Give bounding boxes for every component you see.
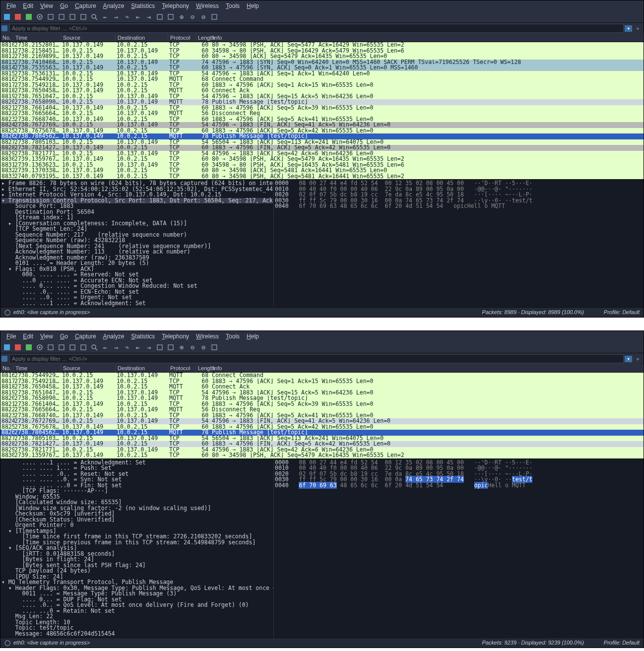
packet-row[interactable]: 88232738.7668740…10.137.0.14910.0.2.15TC… [0,413,644,419]
status-profile[interactable]: Profile: Default [604,640,640,646]
reload-icon[interactable] [79,12,88,21]
packet-row[interactable]: 88102738.2152801…10.137.0.14910.0.2.15TC… [0,42,644,48]
packet-row[interactable]: 88172738.7549218…10.137.0.14910.0.2.15TC… [0,82,644,88]
col-protocol[interactable]: Protocol [168,365,196,372]
menu-go[interactable]: Go [57,332,71,341]
col-protocol[interactable]: Protocol [168,34,196,41]
packet-row[interactable]: 88292738.7821771…10.0.2.1510.137.0.149TC… [0,447,644,453]
find-icon[interactable] [90,12,99,21]
packet-row[interactable]: 88222738.7665664…10.0.2.1510.137.0.149MQ… [0,407,644,413]
packet-row[interactable]: 88122738.2169899…10.137.0.14910.0.2.15TC… [0,54,644,60]
save-icon[interactable] [57,12,66,21]
packet-row[interactable]: 88292738.7821771…10.0.2.1510.137.0.149TC… [0,151,644,157]
jump-icon[interactable]: ↷ [123,343,131,352]
packet-row[interactable]: 88282738.7821427…10.137.0.14910.0.2.15TC… [0,145,644,151]
zoom-in-icon[interactable]: ⊕ [177,12,186,21]
packet-row[interactable]: 88162738.7544929…10.0.2.1510.137.0.149MQ… [0,76,644,82]
filter-add-icon[interactable]: ＋ [633,25,643,32]
reload-icon[interactable] [79,343,88,352]
auto-scroll-icon[interactable] [155,12,164,21]
filter-add-icon[interactable]: ＋ [633,355,643,363]
tree-line[interactable]: .... ...1 .... = Acknowledgment: Set [1,301,272,307]
next-icon[interactable]: → [112,12,121,21]
options-icon[interactable] [35,343,44,352]
menu-capture[interactable]: Capture [72,332,99,341]
menu-analyze[interactable]: Analyze [100,1,128,10]
prev-icon[interactable]: ← [101,343,110,352]
packet-row[interactable]: 88132738.7410468…10.0.2.1510.137.0.149TC… [0,60,644,65]
zoom-out-icon[interactable]: ⊖ [188,12,197,21]
menu-telephony[interactable]: Telephony [159,1,192,10]
col-destination[interactable]: Destination [116,365,168,372]
col-length[interactable]: Length [196,34,211,41]
packet-row[interactable]: 88312739.1363623…10.0.2.1510.137.0.149TC… [0,162,644,168]
packet-row[interactable]: 88212738.7661404…10.137.0.14910.0.2.15TC… [0,401,644,407]
colorize-icon[interactable] [166,343,175,352]
restart-capture-icon[interactable] [24,12,33,21]
packet-row[interactable]: 88172738.7549218…10.137.0.14910.0.2.15TC… [0,379,644,385]
packet-row[interactable]: 88242738.7672769…10.0.2.1510.137.0.149TC… [0,418,644,424]
packet-row[interactable]: 88222738.7665664…10.0.2.1510.137.0.149MQ… [0,111,644,117]
col-source[interactable]: Source [61,34,116,41]
packet-row[interactable]: 88212738.7661404…10.137.0.14910.0.2.15TC… [0,105,644,111]
packet-list[interactable]: 88162738.7544929…10.0.2.1510.137.0.149MQ… [0,373,644,458]
hex-line[interactable]: 0040 6f 70 69 63 48 65 6c 6c 6f 20 4d 51… [275,203,643,209]
packet-row[interactable]: 88302739.1359767…10.137.0.14910.0.2.15TC… [0,453,644,458]
find-icon[interactable] [90,343,99,352]
colorize-icon[interactable] [166,12,175,21]
stop-capture-icon[interactable] [13,343,22,352]
open-icon[interactable] [46,343,55,352]
packet-row[interactable]: 88322739.1370338…10.137.0.14910.0.2.15TC… [0,168,644,174]
status-profile[interactable]: Profile: Default [604,309,640,316]
hex-line[interactable]: 0040 6f 70 69 63 48 65 6c 6c 6f 20 4d 51… [275,483,643,489]
bookmark-icon[interactable] [1,25,7,31]
packet-row[interactable]: 88112738.2158451…10.0.2.1510.137.0.149TC… [0,48,644,54]
menu-statistics[interactable]: Statistics [128,1,158,10]
col-destination[interactable]: Destination [116,34,168,41]
filter-expression-icon[interactable]: ▾ [625,356,632,362]
packet-bytes[interactable]: 0000 08 00 27 44 e4 fd 52 54 00 12 35 02… [273,180,644,307]
packet-row[interactable]: 88282738.7821427…10.137.0.14910.0.2.15TC… [0,441,644,447]
menu-edit[interactable]: Edit [20,332,36,341]
last-icon[interactable]: ⇥ [144,12,153,21]
first-icon[interactable]: ⇤ [133,343,142,352]
packet-row[interactable]: 88182738.7650458…10.137.0.14910.0.2.15MQ… [0,384,644,390]
stop-capture-icon[interactable] [13,12,22,21]
packet-row[interactable]: 88252738.7675678…10.137.0.14910.0.2.15TC… [0,128,644,134]
packet-row[interactable]: 88202738.7658090…10.0.2.1510.137.0.149MQ… [0,99,644,105]
jump-icon[interactable]: ↷ [123,12,131,21]
zoom-reset-icon[interactable]: ⊜ [199,343,208,352]
packet-row[interactable]: 88232738.7668740…10.137.0.14910.0.2.15TC… [0,117,644,123]
menu-analyze[interactable]: Analyze [100,332,128,341]
packet-row[interactable]: 88332740.0793195…10.137.0.14910.0.2.15TC… [0,174,644,180]
zoom-in-icon[interactable]: ⊕ [177,343,186,352]
next-icon[interactable]: → [112,343,121,352]
packet-row[interactable]: 88252738.7675678…10.137.0.14910.0.2.15TC… [0,424,644,430]
restart-capture-icon[interactable] [24,343,33,352]
menu-wireless[interactable]: Wireless [193,1,222,10]
packet-row[interactable]: 88202738.7658090…10.0.2.1510.137.0.149MQ… [0,395,644,401]
menu-statistics[interactable]: Statistics [128,332,158,341]
col-source[interactable]: Source [61,365,116,372]
status-circle-icon[interactable]: ◯ [4,640,10,646]
display-filter-input[interactable] [9,354,624,363]
menu-file[interactable]: File [3,1,19,10]
menu-tools[interactable]: Tools [223,1,243,10]
packet-row[interactable]: 88302739.1359767…10.137.0.14910.0.2.15TC… [0,156,644,162]
col-time[interactable]: Time [13,365,61,372]
menu-go[interactable]: Go [57,1,71,10]
col-info[interactable]: Info [211,34,644,41]
last-icon[interactable]: ⇥ [144,343,153,352]
packet-row[interactable]: 88192738.7651047…10.0.2.1510.137.0.149TC… [0,390,644,396]
start-capture-icon[interactable] [2,12,11,21]
close-icon[interactable] [68,343,77,352]
resize-columns-icon[interactable] [210,12,219,21]
start-capture-icon[interactable] [2,343,11,352]
bookmark-icon[interactable] [1,356,7,362]
close-icon[interactable] [68,12,77,21]
col-info[interactable]: Info [211,365,644,372]
prev-icon[interactable]: ← [101,12,110,21]
display-filter-input[interactable] [9,24,624,33]
auto-scroll-icon[interactable] [155,343,164,352]
menu-help[interactable]: Help [244,332,262,341]
